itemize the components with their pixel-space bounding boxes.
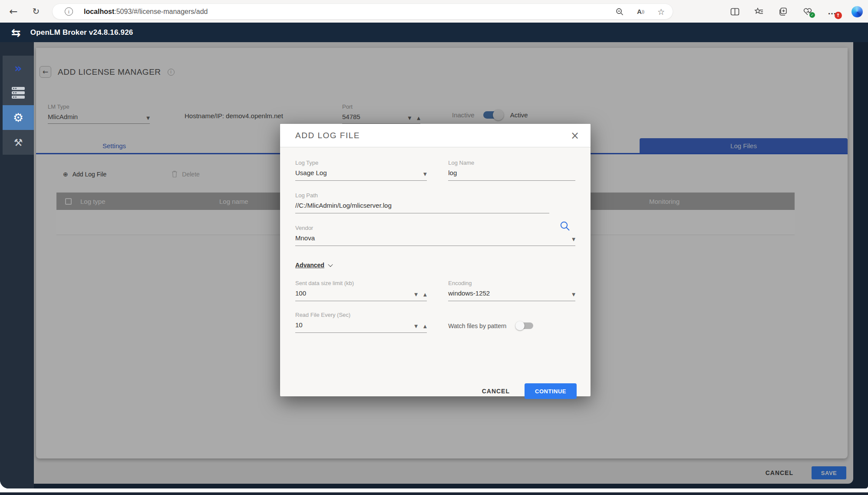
site-info-icon[interactable]: i xyxy=(65,7,73,16)
spin-down-icon[interactable]: ▼ xyxy=(414,292,418,297)
encoding-value: windows-1252 xyxy=(448,289,572,297)
app-header: ⇆ OpenLM Broker v24.8.16.926 xyxy=(0,23,868,42)
log-path-label: Log Path xyxy=(295,192,549,199)
sent-data-limit-value: 100 xyxy=(295,289,414,297)
vendor-select[interactable]: Vendor Mnova ▼ xyxy=(295,225,575,246)
dialog-cancel-button[interactable]: CANCEL xyxy=(482,388,510,395)
chevron-down-icon xyxy=(328,262,333,267)
screen-bottom-edge xyxy=(0,492,868,495)
read-file-every-stepper[interactable]: Read File Every (Sec) 10 ▼▲ xyxy=(295,312,427,333)
log-type-select[interactable]: Log Type Usage Log ▼ xyxy=(295,159,427,181)
dialog-continue-button[interactable]: CONTINUE xyxy=(525,383,577,399)
app-title: OpenLM Broker v24.8.16.926 xyxy=(30,28,133,37)
sidebar-item-license-managers[interactable] xyxy=(3,80,34,105)
update-available-badge: ↑ xyxy=(835,12,842,19)
sidebar-expand-button[interactable]: » xyxy=(3,56,34,80)
dialog-title: ADD LOG FILE xyxy=(295,131,360,140)
log-name-field[interactable]: Log Name log xyxy=(448,159,575,181)
essentials-ok-badge: ✓ xyxy=(809,12,815,18)
sidebar: » ⚙ ⚒ xyxy=(0,42,34,488)
log-path-value: //C:/MlicAdmin/Log/mlicserver.log xyxy=(295,202,549,209)
vendor-value: Mnova xyxy=(295,234,572,242)
advanced-toggle-link[interactable]: Advanced xyxy=(295,262,575,269)
favorites-bar-icon[interactable] xyxy=(754,7,764,16)
address-bar[interactable]: i localhost:5093/#/license-managers/add … xyxy=(52,3,673,20)
advanced-label: Advanced xyxy=(295,262,324,269)
sent-data-limit-label: Sent data size limit (kb) xyxy=(295,280,427,286)
tools-icon: ⚒ xyxy=(14,137,23,148)
collections-icon[interactable] xyxy=(779,7,788,16)
sidebar-item-tools[interactable]: ⚒ xyxy=(3,130,34,155)
log-name-value: log xyxy=(448,169,575,176)
encoding-label: Encoding xyxy=(448,280,575,286)
page-bottom-gap xyxy=(0,488,868,492)
browser-toolbar: ← ↻ i localhost:5093/#/license-managers/… xyxy=(0,0,868,23)
spin-up-icon[interactable]: ▲ xyxy=(423,292,427,297)
chevron-down-icon: ▼ xyxy=(572,237,575,242)
openlm-logo-icon: ⇆ xyxy=(11,27,21,38)
browser-back-icon[interactable]: ← xyxy=(6,4,21,19)
sent-data-limit-stepper[interactable]: Sent data size limit (kb) 100 ▼▲ xyxy=(295,280,427,301)
log-path-field[interactable]: Log Path //C:/MlicAdmin/Log/mlicserver.l… xyxy=(295,192,549,213)
spin-up-icon[interactable]: ▲ xyxy=(423,324,427,329)
url-text[interactable]: localhost:5093/#/license-managers/add xyxy=(84,8,208,16)
servers-icon xyxy=(12,87,25,99)
browser-essentials-icon[interactable]: ✓ xyxy=(802,7,813,16)
zoom-out-icon[interactable] xyxy=(615,7,624,16)
read-aloud-icon[interactable]: A)) xyxy=(637,8,644,15)
openlm-broker-app: ⇆ OpenLM Broker v24.8.16.926 » ⚙ ⚒ ← ADD… xyxy=(0,23,868,488)
copilot-icon[interactable] xyxy=(851,6,863,17)
gear-icon: ⚙ xyxy=(13,111,23,124)
log-name-label: Log Name xyxy=(448,159,575,166)
close-icon[interactable]: × xyxy=(571,130,579,141)
read-file-every-value: 10 xyxy=(295,321,414,329)
add-log-file-dialog: ADD LOG FILE × Log Type Usage Log ▼ Log … xyxy=(280,124,591,396)
split-screen-icon[interactable] xyxy=(730,8,739,16)
watch-files-label: Watch files by pattern xyxy=(448,322,506,329)
chevron-down-icon: ▼ xyxy=(423,172,427,176)
double-chevron-icon: » xyxy=(14,62,22,74)
vendor-label: Vendor xyxy=(295,225,575,231)
chevron-down-icon: ▼ xyxy=(572,292,575,297)
read-file-every-label: Read File Every (Sec) xyxy=(295,312,427,318)
encoding-select[interactable]: Encoding windows-1252 ▼ xyxy=(448,280,575,301)
spin-down-icon[interactable]: ▼ xyxy=(414,324,418,329)
settings-more-icon[interactable]: … ↑ xyxy=(828,7,837,17)
favorite-star-icon[interactable]: ☆ xyxy=(657,7,665,17)
log-type-value: Usage Log xyxy=(295,169,423,176)
log-type-label: Log Type xyxy=(295,159,427,166)
browser-refresh-icon[interactable]: ↻ xyxy=(29,4,43,19)
browse-search-icon[interactable] xyxy=(559,220,571,234)
sidebar-item-settings[interactable]: ⚙ xyxy=(3,105,34,130)
watch-files-toggle[interactable] xyxy=(517,322,533,329)
